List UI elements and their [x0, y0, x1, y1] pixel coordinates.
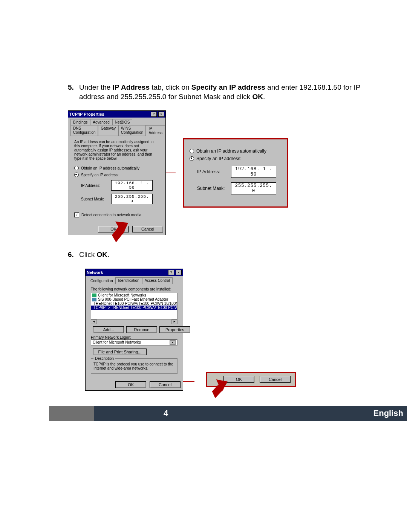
- tab-netbios[interactable]: NetBIOS: [112, 119, 132, 125]
- zoom-ip-label: IP Address:: [197, 169, 227, 174]
- t: .: [263, 93, 265, 101]
- primary-logon-label: Primary Network Logon:: [91, 335, 177, 339]
- scroll-right-icon[interactable]: ►: [171, 320, 177, 324]
- list-item-selected[interactable]: TCP/IP -> TRENDnet TE100-PCIWA/TE100-PCI…: [93, 306, 177, 310]
- zoom-callout-ip-fields: Obtain an IP address automatically Speci…: [183, 138, 288, 208]
- close-icon[interactable]: ×: [176, 270, 182, 275]
- t: IP Address: [113, 83, 150, 91]
- description-legend: Description: [93, 356, 115, 361]
- radio-dot-selected-icon: [74, 173, 79, 177]
- help-icon[interactable]: ?: [151, 112, 157, 117]
- tab-dns[interactable]: DNS Configuration: [70, 125, 98, 136]
- list-scrollbar[interactable]: ◄►: [91, 319, 177, 324]
- description-body: TCP/IP is the protocol you use to connec…: [93, 362, 175, 370]
- step-5-text: 5. Under the IP Address tab, click on Sp…: [68, 83, 373, 101]
- description-fieldset: Description TCP/IP is the protocol you u…: [91, 358, 177, 374]
- t: OK: [96, 251, 107, 258]
- step-6-body: Click OK.: [79, 250, 373, 260]
- t: .: [107, 251, 109, 258]
- primary-logon-select[interactable]: Client for Microsoft Networks ▾: [91, 339, 177, 345]
- t: Click: [79, 251, 96, 258]
- remove-button[interactable]: Remove: [126, 326, 157, 333]
- tcpip-title: TCP/IP Properties: [69, 112, 104, 116]
- checkbox-detect-media[interactable]: ✓ Detect connection to network media: [74, 212, 159, 217]
- checkbox-detect-media-label: Detect connection to network media: [81, 213, 141, 217]
- zoom-mask-input[interactable]: 255.255.255. 0: [231, 182, 276, 194]
- zoom-radio-obtain-auto[interactable]: Obtain an IP address automatically: [190, 148, 280, 154]
- radio-specify-ip[interactable]: Specify an IP address:: [74, 173, 159, 177]
- radio-obtain-auto-label: Obtain an IP address automatically: [81, 166, 139, 170]
- adapter-icon: [92, 298, 96, 301]
- zoom-radio-specify[interactable]: Specify an IP address:: [190, 156, 280, 161]
- t: tab, click on: [150, 83, 191, 91]
- callout-connector-line: [166, 173, 176, 173]
- zoom-ip-input[interactable]: 192.168. 1 . 50: [231, 166, 276, 178]
- step-5-body: Under the IP Address tab, click on Speci…: [79, 83, 373, 101]
- ip-tab-description: An IP address can be automatically assig…: [74, 140, 159, 161]
- step-5-number: 5.: [68, 83, 79, 101]
- page-number: 4: [94, 406, 237, 421]
- tcpip-properties-dialog: TCP/IP Properties ? × Bindings Advanced …: [68, 110, 166, 235]
- tab-bindings[interactable]: Bindings: [70, 119, 90, 125]
- primary-logon-value: Client for Microsoft Networks: [93, 340, 141, 345]
- t: Specify an IP address: [191, 83, 265, 91]
- close-icon[interactable]: ×: [158, 112, 164, 117]
- client-icon: [92, 294, 96, 297]
- radio-dot-icon: [190, 149, 194, 153]
- tab-gateway[interactable]: Gateway: [98, 125, 118, 136]
- list-item[interactable]: Client for Microsoft Networks: [98, 293, 146, 297]
- ip-address-input[interactable]: 192.168. 1 . 50: [111, 180, 153, 191]
- list-item[interactable]: TRENDnet TE100-PCIWA/TE100-PCIWN 10/100M…: [93, 301, 177, 306]
- add-button[interactable]: Add...: [93, 326, 124, 333]
- t: OK: [252, 93, 263, 101]
- radio-dot-selected-icon: [190, 156, 194, 161]
- dropdown-icon[interactable]: ▾: [170, 340, 176, 345]
- check-icon: ✓: [74, 212, 79, 217]
- page-language: English: [237, 406, 407, 421]
- t: Under the: [79, 83, 113, 91]
- file-print-sharing-button[interactable]: File and Print Sharing...: [93, 349, 147, 355]
- installed-components-label: The following network components are ins…: [91, 287, 177, 291]
- ip-address-label: IP Address:: [81, 183, 107, 188]
- zoom-mask-label: Subnet Mask:: [197, 186, 227, 191]
- list-item[interactable]: SiS 900-Based PCI Fast Ethernet Adapter: [98, 297, 168, 301]
- callout-connector-line: [183, 381, 194, 382]
- subnet-mask-label: Subnet Mask:: [81, 197, 107, 201]
- network-dialog: Network ? × Configuration Identification…: [85, 269, 183, 391]
- subnet-mask-input[interactable]: 255.255.255. 0: [111, 194, 153, 204]
- tab-advanced[interactable]: Advanced: [90, 119, 112, 125]
- ok-button[interactable]: OK: [115, 381, 146, 388]
- radio-specify-ip-label: Specify an IP address:: [81, 173, 119, 177]
- radio-obtain-auto[interactable]: Obtain an IP address automatically: [74, 166, 159, 170]
- components-listbox[interactable]: Client for Microsoft Networks SiS 900-Ba…: [91, 293, 177, 319]
- zoom-radio-auto-label: Obtain an IP address automatically: [196, 148, 266, 154]
- step-6-text: 6. Click OK.: [68, 250, 373, 260]
- tab-identification[interactable]: Identification: [115, 277, 142, 284]
- radio-dot-icon: [74, 166, 79, 170]
- tab-configuration[interactable]: Configuration: [88, 278, 115, 284]
- tab-access-control[interactable]: Access Control: [142, 277, 173, 284]
- tab-ip-address[interactable]: IP Address: [146, 125, 165, 136]
- help-icon[interactable]: ?: [168, 270, 174, 275]
- step-6-number: 6.: [68, 250, 79, 260]
- network-titlebar[interactable]: Network ? ×: [86, 269, 183, 276]
- footer-accent: [49, 406, 94, 421]
- zoom-cancel-button[interactable]: Cancel: [260, 376, 291, 383]
- page-footer: 4 English: [49, 406, 407, 421]
- tab-wins[interactable]: WINS Configuration: [118, 125, 146, 136]
- network-title: Network: [87, 270, 103, 275]
- scroll-left-icon[interactable]: ◄: [91, 320, 97, 324]
- properties-button[interactable]: Properties: [159, 326, 190, 333]
- zoom-ok-button[interactable]: OK: [223, 376, 254, 383]
- zoom-radio-specify-label: Specify an IP address:: [196, 156, 242, 161]
- tcpip-titlebar[interactable]: TCP/IP Properties ? ×: [68, 111, 165, 118]
- cancel-button[interactable]: Cancel: [132, 226, 163, 232]
- cancel-button[interactable]: Cancel: [150, 381, 181, 388]
